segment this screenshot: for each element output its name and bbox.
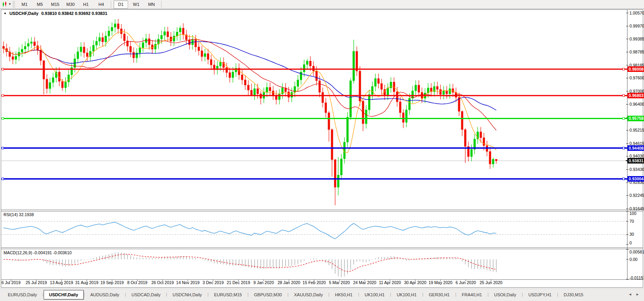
tab-uk100-h1[interactable]: UK100,H1 — [359, 290, 390, 299]
chart-tab-bar: EURUSD,Daily|USDCHF,Daily|AUDUSD,Daily|U… — [0, 288, 644, 301]
date-label: 25 Jun 2020 — [480, 280, 503, 285]
price-badge-0.93831: 0.93831 — [626, 158, 644, 163]
timeframe-button-d1[interactable]: D1 — [114, 0, 128, 9]
hline-handle[interactable] — [2, 178, 4, 180]
tab-usoil-daily[interactable]: USOil,Daily — [489, 290, 522, 299]
price-badge-0.98008: 0.98008 — [626, 66, 644, 72]
chart-symbol-period: USDCHF,Daily — [9, 11, 39, 16]
svg-text:0.98008: 0.98008 — [629, 67, 644, 72]
tab-audusd-daily[interactable]: AUDUSD,Daily — [85, 290, 125, 299]
price-tick-label: 0.95215 — [629, 128, 644, 132]
date-label: 31 Aug 2019 — [75, 280, 98, 285]
date-label: 15 Feb 2020 — [303, 280, 326, 285]
date-label: 9 Jan 2020 — [253, 280, 274, 285]
tab-hk50-h1[interactable]: HK50,H1 — [330, 290, 358, 299]
date-label: 24 Mar 2020 — [353, 280, 376, 285]
svg-text:0.95758: 0.95758 — [629, 116, 644, 121]
macd-tick-label: -0.011514 — [629, 275, 644, 280]
date-label: 8 Oct 2019 — [127, 280, 148, 285]
svg-text:0.93831: 0.93831 — [629, 158, 644, 163]
date-label: 6 Jun 2020 — [455, 280, 476, 285]
rsi-tick-label: 100 — [629, 211, 637, 216]
hline-handle[interactable] — [2, 117, 4, 119]
price-badge-0.94408: 0.94408 — [626, 145, 644, 151]
timeframe-button-m1[interactable]: M1 — [17, 0, 32, 9]
timeframe-button-w1[interactable]: W1 — [129, 0, 143, 9]
rsi-tick-label: 70 — [629, 219, 634, 224]
hline-handle[interactable] — [2, 68, 4, 70]
price-tick-label: 0.91645 — [629, 206, 644, 211]
price-badge-0.96803: 0.96803 — [626, 93, 644, 98]
hline-handle[interactable] — [623, 178, 625, 180]
price-tick-label: 0.99385 — [629, 37, 644, 41]
toolbar-grip-handle[interactable] — [13, 1, 15, 7]
date-label: 5 Mar 2020 — [329, 280, 350, 285]
tab-fra40-h1[interactable]: FRA40,H1 — [456, 290, 487, 299]
hline-handle[interactable] — [623, 68, 625, 70]
rsi-indicator-label: RSI(14) 32.1938 — [4, 212, 34, 217]
tab-xauusd-daily[interactable]: XAUUSD,Daily — [288, 290, 328, 299]
toolbar-separator — [111, 1, 111, 8]
hline-handle[interactable] — [623, 117, 625, 119]
price-tick-label: 1.00570 — [629, 11, 644, 15]
svg-text:0.93004: 0.93004 — [629, 176, 644, 181]
svg-text:0.96803: 0.96803 — [629, 93, 644, 98]
candlestick-chart-icon — [2, 2, 7, 7]
timeframe-buttons: M1M5M15M30H1H4D1W1MN — [17, 0, 163, 9]
tab-uk100-h1[interactable]: UK100,H1 — [391, 290, 422, 299]
price-tick-label: 0.97600 — [629, 75, 644, 80]
price-tick-label: 0.98785 — [629, 50, 644, 54]
tab-eurusd-daily[interactable]: EURUSD,Daily — [2, 290, 42, 299]
price-tick-label: 0.93430 — [629, 167, 644, 172]
date-label: 25 Jul 2019 — [26, 280, 47, 285]
date-label: 21 Dec 2019 — [227, 280, 250, 285]
date-label: 3 Dec 2019 — [203, 280, 224, 285]
tab-usdjpy-h1[interactable]: USDJPY,H1 — [523, 290, 557, 299]
tab-usdchf-daily[interactable]: USDCHF,Daily — [44, 290, 84, 299]
toolbar: ▼ M1M5M15M30H1H4D1W1MN — [0, 0, 644, 9]
tab-dj30-m15[interactable]: DJ30,M15 — [558, 290, 589, 299]
hline-handle[interactable] — [2, 147, 4, 149]
tab-scroll-right-icon[interactable]: ► — [636, 292, 639, 296]
collapse-triangle-icon[interactable]: ▼ — [4, 12, 7, 15]
rsi-tick-label: 30 — [629, 232, 634, 237]
macd-tick-label: 0.00 — [629, 257, 638, 262]
date-label: 14 Nov 2019 — [176, 280, 200, 285]
hline-handle[interactable] — [2, 95, 4, 97]
price-tick-label: 0.99970 — [629, 24, 644, 28]
chart-type-button[interactable]: ▼ — [2, 1, 12, 8]
tab-usdcnh-daily[interactable]: USDCNH,Daily — [167, 290, 207, 299]
timeframe-button-h1[interactable]: H1 — [79, 0, 93, 9]
dropdown-caret-icon: ▼ — [8, 3, 11, 6]
price-tick-label: 0.94615 — [629, 141, 644, 146]
rsi-tick-label: 0 — [629, 240, 632, 245]
toolbar-separator — [161, 1, 161, 8]
date-label: 30 Apr 2020 — [404, 280, 426, 285]
price-tick-label: 0.94030 — [629, 154, 644, 158]
hline-handle[interactable] — [623, 147, 625, 149]
timeframe-button-m15[interactable]: M15 — [48, 0, 62, 9]
price-tick-label: 0.97000 — [629, 89, 644, 94]
date-label: 19 Sep 2019 — [100, 280, 124, 285]
price-tick-label: 0.96400 — [629, 102, 644, 106]
chart-plot[interactable]: 1.005700.999700.993850.987850.981850.976… — [0, 0, 644, 288]
tab-scroll-left-icon[interactable]: ◄ — [628, 292, 632, 296]
date-label: 6 Jul 2019 — [2, 280, 21, 285]
tab-ger30-h1[interactable]: GER30,H1 — [423, 290, 455, 299]
timeframe-button-m30[interactable]: M30 — [63, 0, 78, 9]
macd-indicator-label: MACD(12,26,9) -0.004191 -0.003610 — [4, 250, 72, 255]
chart-title: ▼ USDCHF,Daily 0.93810 0.93842 0.93692 0… — [4, 11, 107, 16]
date-label: 11 Apr 2020 — [379, 280, 401, 285]
tab-gbpusd-m30[interactable]: GBPUSD,M30 — [249, 290, 288, 299]
price-tick-label: 0.92245 — [629, 193, 644, 198]
price-badge-0.93004: 0.93004 — [626, 176, 644, 182]
timeframe-button-mn[interactable]: MN — [144, 0, 159, 9]
timeframe-button-m5[interactable]: M5 — [33, 0, 47, 9]
tab-eurusd-m15[interactable]: EURUSD,M15 — [209, 290, 248, 299]
date-label: 28 Jan 2020 — [277, 280, 300, 285]
date-label: 26 Oct 2019 — [151, 280, 174, 285]
chart-ohlc-values: 0.93810 0.93842 0.93692 0.93831 — [41, 11, 107, 16]
tab-usdcad-daily[interactable]: USDCAD,Daily — [126, 290, 166, 299]
timeframe-button-h4[interactable]: H4 — [94, 0, 108, 9]
hline-handle[interactable] — [623, 95, 625, 97]
